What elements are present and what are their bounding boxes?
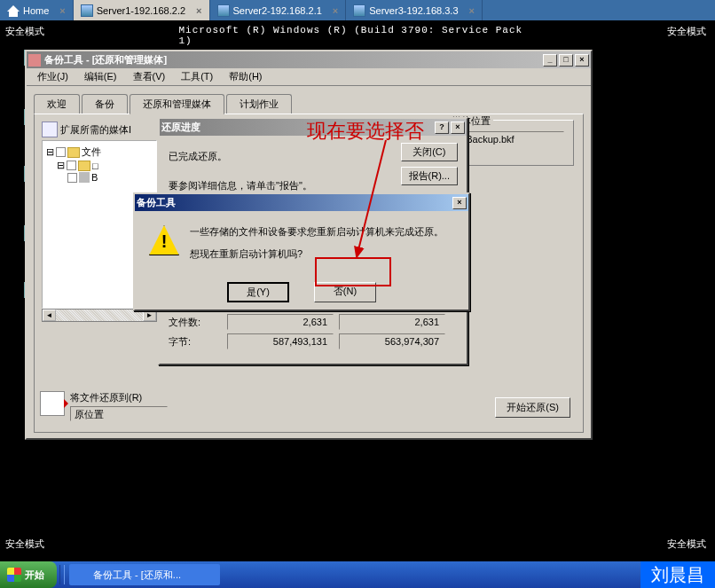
server-icon [353, 4, 365, 17]
menu-help[interactable]: 帮助(H) [222, 68, 269, 85]
safemode-label: 安全模式 [5, 537, 44, 551]
dialog-title: 还原进度 [161, 121, 200, 134]
tab-server3[interactable]: Server3-192.168.3.3× [346, 0, 483, 20]
close-icon[interactable]: × [196, 5, 201, 16]
close-btn[interactable]: 关闭(C) [401, 143, 458, 161]
server-icon [81, 4, 93, 17]
taskbar: 开始 备份工具 - [还原和... [0, 561, 715, 588]
safemode-label: 安全模式 [5, 25, 44, 38]
menu-tools[interactable]: 工具(T) [174, 68, 220, 85]
maximize-button[interactable]: □ [559, 54, 573, 67]
close-icon[interactable]: × [333, 5, 338, 16]
menubar: 作业(J) 编辑(E) 查看(V) 工具(T) 帮助(H) [27, 68, 591, 86]
home-icon [7, 4, 20, 17]
start-restore-button[interactable]: 开始还原(S) [495, 397, 570, 418]
window-title: 备份工具 - [还原和管理媒体] [44, 53, 167, 67]
media-icon [42, 122, 58, 137]
tab-welcome[interactable]: 欢迎 [34, 94, 80, 114]
files-estimate: 2,631 [339, 314, 445, 330]
scroll-left-icon[interactable]: ◄ [43, 310, 56, 321]
os-build-title: Microsoft (R) Windows (R) (Build 3790: S… [179, 25, 537, 46]
session-tabs: Home× Server1-192.168.2.2× Server2-192.1… [0, 0, 715, 20]
annotation-text: 现在要选择否 [307, 118, 424, 145]
tab-server1[interactable]: Server1-192.168.2.2× [74, 0, 210, 20]
report-btn[interactable]: 报告(R)... [401, 167, 458, 185]
bytes-processed: 587,493,131 [227, 333, 334, 349]
titlebar[interactable]: 备份工具 - [还原和管理媒体] _ □ × [27, 51, 591, 68]
bytes-estimate: 563,974,307 [339, 333, 445, 349]
tab-home[interactable]: Home× [0, 0, 74, 20]
bytes-label: 字节: [169, 335, 222, 349]
tab-backup[interactable]: 备份 [82, 94, 128, 114]
tab-strip: 欢迎 备份 还原和管理媒体 计划作业 [34, 94, 584, 114]
windows-flag-icon [7, 568, 21, 582]
msg-line1: 一些存储的文件和设备要求您重新启动计算机来完成还原。 [190, 225, 444, 239]
safemode-label: 安全模式 [667, 537, 706, 551]
restore-to-label: 将文件还原到(R) [70, 391, 168, 404]
titlebar[interactable]: 备份工具 × [135, 194, 468, 211]
files-label: 文件数: [169, 316, 222, 329]
restore-to: 将文件还原到(R) 原位置 [40, 391, 168, 421]
start-button[interactable]: 开始 [0, 561, 57, 588]
restore-to-value[interactable]: 原位置 [70, 406, 168, 421]
yes-button[interactable]: 是(Y) [227, 282, 289, 302]
close-button[interactable]: × [452, 197, 467, 209]
restore-icon [40, 391, 65, 416]
warning-icon [149, 225, 179, 255]
tree-title: 扩展所需的媒体I [60, 123, 131, 137]
help-button[interactable]: ? [435, 122, 449, 134]
watermark: 刘晨昌 [640, 561, 715, 588]
close-icon[interactable]: × [469, 5, 475, 16]
server-icon [217, 4, 230, 17]
tab-server2[interactable]: Server2-192.168.2.1× [210, 0, 347, 20]
close-icon[interactable]: × [59, 5, 65, 16]
menu-view[interactable]: 查看(V) [126, 68, 173, 85]
dialog-title: 备份工具 [137, 196, 176, 209]
app-icon [28, 54, 41, 67]
tab-schedule[interactable]: 计划作业 [226, 94, 292, 114]
files-processed: 2,631 [227, 314, 334, 330]
menu-job[interactable]: 作业(J) [30, 68, 75, 85]
menu-edit[interactable]: 编辑(E) [77, 68, 124, 85]
close-button[interactable]: × [451, 122, 465, 134]
minimize-button[interactable]: _ [543, 54, 557, 67]
app-icon [76, 568, 89, 581]
msg-line2: 想现在重新启动计算机吗? [190, 247, 444, 261]
restart-msgbox: 备份工具 × 一些存储的文件和设备要求您重新启动计算机来完成还原。 想现在重新启… [133, 192, 470, 311]
safemode-label: 安全模式 [667, 25, 706, 38]
no-button[interactable]: 否(N) [314, 282, 376, 302]
tab-restore[interactable]: 还原和管理媒体 [130, 94, 224, 114]
taskbar-item[interactable]: 备份工具 - [还原和... [69, 564, 220, 585]
close-button[interactable]: × [575, 54, 589, 67]
